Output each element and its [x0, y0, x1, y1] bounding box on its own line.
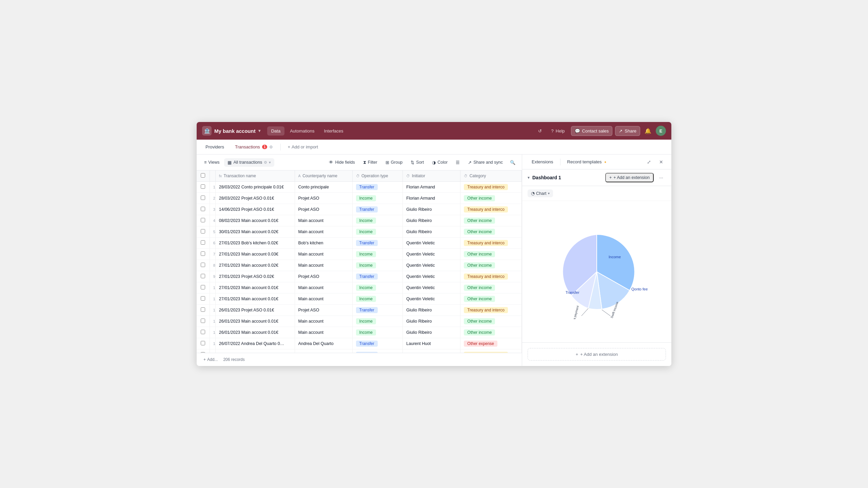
table-row[interactable]: 9 27/01/2023 Projet ASO 0.02€ Projet ASO… [197, 271, 522, 282]
row-checkbox-cell[interactable] [197, 249, 210, 260]
notifications-button[interactable]: 🔔 [643, 126, 653, 136]
add-extension-button[interactable]: + + Add an extension [528, 348, 666, 361]
table-row[interactable]: 10 27/01/2023 Main account 0.01€ Main ac… [197, 282, 522, 293]
row-checkbox-cell[interactable] [197, 215, 210, 226]
row-checkbox[interactable] [201, 263, 205, 267]
row-checkbox[interactable] [201, 296, 205, 301]
add-row-button[interactable]: + Add... [201, 356, 220, 363]
table-row[interactable]: 11 27/01/2023 Main account 0.01€ Main ac… [197, 293, 522, 305]
search-icon: 🔍 [510, 160, 515, 165]
table-row[interactable]: 6 27/01/2023 Bob's kitchen 0.02€ Bob's k… [197, 238, 522, 249]
row-checkbox[interactable] [201, 218, 205, 222]
share-sync-button[interactable]: ↗ Share and sync [465, 158, 506, 167]
row-checkbox[interactable] [201, 341, 205, 345]
row-checkbox-cell[interactable] [197, 327, 210, 338]
user-avatar[interactable]: E [656, 126, 666, 136]
extensions-tab[interactable]: Extensions [528, 157, 557, 166]
row-height-button[interactable]: ☰ [452, 158, 463, 167]
nav-automations[interactable]: Automations [286, 126, 318, 136]
table-row[interactable]: 4 08/02/2023 Main account 0.01€ Main acc… [197, 215, 522, 226]
color-button[interactable]: ◑ Color [429, 158, 451, 167]
row-checkbox[interactable] [201, 240, 205, 245]
close-panel-button[interactable]: ✕ [656, 157, 666, 167]
table-row[interactable]: 16 13/07/2022 Conto principale 0.01€ Con… [197, 349, 522, 353]
dashboard-more-button[interactable]: ··· [656, 173, 666, 182]
row-checkbox[interactable] [201, 319, 205, 323]
app-logo[interactable]: 🏦 My bank account ▾ [202, 126, 260, 136]
table-row[interactable]: 3 14/06/2023 Projet ASO 0.01€ Projet ASO… [197, 204, 522, 215]
transaction-name-header[interactable]: fx Transaction name [215, 170, 295, 182]
table-row[interactable]: 13 26/01/2023 Main account 0.01€ Main ac… [197, 316, 522, 327]
row-checkbox-cell[interactable] [197, 316, 210, 327]
counterparty-name-cell: Projet ASO [295, 193, 352, 204]
hide-fields-button[interactable]: 👁 Hide fields [326, 158, 358, 166]
initiator-header[interactable]: ⏱ Initiator [403, 170, 460, 182]
row-checkbox-cell[interactable] [197, 182, 210, 193]
row-checkbox[interactable] [201, 330, 205, 334]
row-checkbox-cell[interactable] [197, 204, 210, 215]
table-row[interactable]: 8 27/01/2023 Main account 0.02€ Main acc… [197, 260, 522, 271]
nav-interfaces[interactable]: Interfaces [320, 126, 347, 136]
row-checkbox[interactable] [201, 196, 205, 200]
contact-sales-button[interactable]: 💬 Contact sales [571, 126, 613, 136]
table-row[interactable]: 1 28/03/2022 Conto principale 0.01€ Cont… [197, 182, 522, 193]
operation-badge: Income [356, 296, 376, 302]
table-row[interactable]: 15 26/07/2022 Andrea Del Quarto 0… Andre… [197, 338, 522, 349]
nav-data[interactable]: Data [267, 126, 284, 136]
row-checkbox-cell[interactable] [197, 260, 210, 271]
providers-tab[interactable]: Providers [201, 142, 229, 151]
row-checkbox[interactable] [201, 274, 205, 278]
row-checkbox-cell[interactable] [197, 349, 210, 353]
category-header[interactable]: ⏱ Category [460, 170, 522, 182]
table-row[interactable]: 14 26/01/2023 Main account 0.01€ Main ac… [197, 327, 522, 338]
record-templates-tab[interactable]: Record templates ✦ [563, 157, 611, 166]
group-button[interactable]: ⊞ Group [382, 158, 406, 167]
operation-type-header[interactable]: ⏱ Operation type [352, 170, 403, 182]
counterparty-name-header[interactable]: A Counterparty name [295, 170, 352, 182]
table-row[interactable]: 2 28/03/2022 Projet ASO 0.01€ Projet ASO… [197, 193, 522, 204]
income-label: Income [609, 255, 621, 259]
add-or-import-button[interactable]: + Add or import [283, 142, 322, 151]
add-extension-header-button[interactable]: + + Add an extension [605, 173, 654, 182]
filter-button[interactable]: ⧗ Filter [360, 158, 381, 167]
transactions-tab[interactable]: Transactions 1 ⚙ [230, 142, 278, 151]
all-transactions-button[interactable]: ▦ All transactions ⚙ ▾ [224, 158, 274, 167]
row-checkbox-cell[interactable] [197, 271, 210, 282]
row-checkbox[interactable] [201, 307, 205, 312]
history-button[interactable]: ↺ [535, 126, 545, 136]
star-icon: ✦ [604, 160, 607, 164]
row-checkbox[interactable] [201, 229, 205, 233]
expand-panel-button[interactable]: ⤢ [644, 157, 654, 167]
row-checkbox-cell[interactable] [197, 282, 210, 293]
row-checkbox-cell[interactable] [197, 226, 210, 238]
row-checkbox[interactable] [201, 184, 205, 189]
category-cell: Other income [460, 282, 522, 293]
row-checkbox[interactable] [201, 285, 205, 289]
search-button[interactable]: 🔍 [508, 157, 518, 167]
row-checkbox[interactable] [201, 251, 205, 256]
dashboard-chevron[interactable]: ▾ [528, 175, 530, 180]
chart-type-button[interactable]: ◔ Chart ▾ [528, 189, 553, 197]
row-checkbox[interactable] [201, 207, 205, 211]
table-row[interactable]: 12 26/01/2023 Projet ASO 0.01€ Projet AS… [197, 305, 522, 316]
views-button[interactable]: ≡ Views [201, 158, 223, 166]
table-row[interactable]: 5 30/01/2023 Main account 0.02€ Main acc… [197, 226, 522, 238]
row-checkbox-cell[interactable] [197, 338, 210, 349]
counterparty-name-cell: Main account [295, 260, 352, 271]
category-cell: Other income [460, 260, 522, 271]
share-button[interactable]: ↗ Share [615, 126, 640, 136]
help-button[interactable]: ? Help [548, 126, 568, 136]
transactions-settings-icon[interactable]: ⚙ [269, 145, 273, 149]
row-checkbox-cell[interactable] [197, 305, 210, 316]
select-all-checkbox[interactable] [201, 173, 205, 178]
table-row[interactable]: 7 27/01/2023 Main account 0.03€ Main acc… [197, 249, 522, 260]
row-checkbox-cell[interactable] [197, 193, 210, 204]
sort-button[interactable]: ⇅ Sort [407, 158, 427, 167]
operation-badge: Transfer [356, 341, 378, 347]
operation-badge: Income [356, 251, 376, 257]
counterparty-name-cell: Main account [295, 249, 352, 260]
select-all-header[interactable] [197, 170, 210, 182]
row-checkbox-cell[interactable] [197, 293, 210, 305]
share-sync-icon: ↗ [468, 160, 472, 165]
row-checkbox-cell[interactable] [197, 238, 210, 249]
